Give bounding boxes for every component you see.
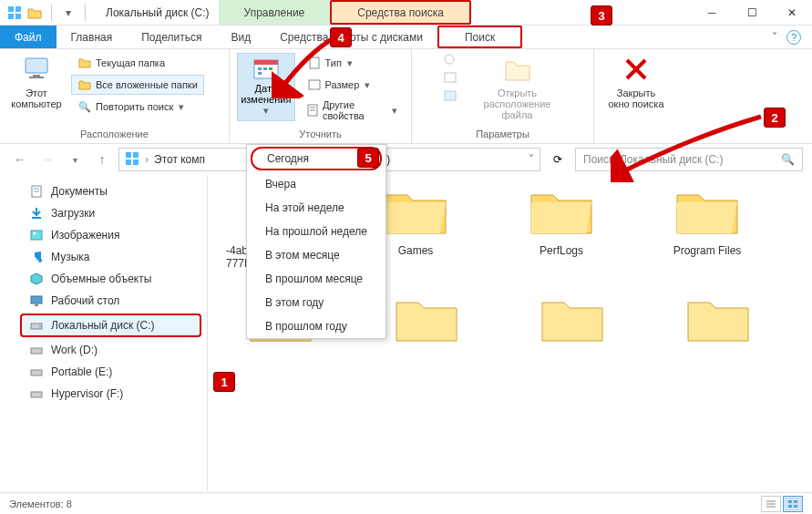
- date-modified-menu: Сегодня Вчера На этой неделе На прошлой …: [246, 144, 386, 339]
- menu-last-week[interactable]: На прошлой неделе: [247, 220, 385, 243]
- svg-rect-26: [133, 159, 139, 165]
- all-subfolders-button[interactable]: Все вложенные папки: [71, 75, 204, 95]
- svg-rect-8: [254, 60, 278, 65]
- nav-pictures[interactable]: Изображения: [0, 224, 207, 246]
- maximize-button[interactable]: ☐: [732, 0, 772, 26]
- view-details-button[interactable]: [761, 496, 781, 512]
- callout-1: 1: [213, 372, 235, 392]
- menu-this-month[interactable]: В этом месяце: [247, 243, 385, 267]
- type-icon: [307, 56, 322, 70]
- tab-file[interactable]: Файл: [0, 26, 57, 48]
- minimize-button[interactable]: ─: [692, 0, 732, 26]
- context-tab-search-tools[interactable]: Средства поиска: [330, 0, 471, 25]
- folder-label: Program Files: [653, 244, 762, 257]
- back-button[interactable]: ←: [9, 149, 31, 170]
- folder-icon: [528, 184, 595, 237]
- properties-icon: [307, 103, 319, 118]
- date-modified-button[interactable]: Дата изменения ▾: [237, 53, 295, 121]
- recent-locations-button[interactable]: ▾: [64, 149, 86, 170]
- svg-rect-4: [26, 58, 47, 73]
- nav-music[interactable]: Музыка: [0, 246, 207, 268]
- folder-icon: [673, 184, 741, 237]
- cube-icon: [29, 272, 44, 286]
- search-box[interactable]: Поиск: Локальный диск (C:) 🔍: [575, 148, 803, 171]
- navigation-bar: ← → ▾ ↑ › Этот комп ___ иск (C:) ˅ ⟳ Пои…: [0, 144, 812, 175]
- type-filter-button[interactable]: Тип▾: [301, 53, 404, 73]
- monitor-icon: [22, 55, 51, 84]
- nav-documents[interactable]: Документы: [0, 180, 207, 202]
- group-location-label: Расположение: [7, 127, 221, 143]
- context-tab-manage[interactable]: Управление: [219, 0, 331, 25]
- svg-point-35: [39, 325, 41, 327]
- help-icon[interactable]: ?: [786, 30, 801, 45]
- view-icons-button[interactable]: [783, 496, 803, 512]
- folder-item[interactable]: [372, 292, 481, 352]
- menu-this-year[interactable]: В этом году: [247, 291, 385, 314]
- drive-icon: [29, 386, 44, 401]
- svg-rect-43: [794, 500, 797, 503]
- picture-icon: [29, 228, 44, 242]
- tab-home[interactable]: Главная: [57, 26, 128, 48]
- close-x-icon: [622, 55, 651, 84]
- qat-dropdown-icon[interactable]: ▾: [61, 5, 76, 20]
- svg-rect-19: [445, 73, 456, 82]
- folder-item[interactable]: [663, 292, 773, 352]
- size-icon: [307, 77, 322, 92]
- nav-3d-objects[interactable]: Объемные объекты: [0, 268, 207, 290]
- up-button[interactable]: ↑: [91, 149, 113, 170]
- size-filter-button[interactable]: Размер▾: [301, 75, 404, 95]
- other-props-button[interactable]: Другие свойства▾: [301, 97, 404, 124]
- nav-work-d[interactable]: Work (D:): [0, 339, 207, 361]
- breadcrumb-this-pc[interactable]: Этот комп: [154, 153, 205, 166]
- close-button[interactable]: ✕: [772, 0, 812, 26]
- tab-view[interactable]: Вид: [216, 26, 265, 48]
- folder-icon: [382, 184, 449, 237]
- svg-rect-24: [133, 152, 139, 158]
- window-title: Локальный диск (C:): [97, 6, 219, 19]
- tab-search[interactable]: Поиск: [437, 26, 522, 48]
- drive-icon: [125, 151, 139, 169]
- nav-desktop[interactable]: Рабочий стол: [0, 290, 207, 312]
- download-icon: [29, 206, 44, 221]
- refresh-button[interactable]: ⟳: [546, 153, 570, 166]
- advanced-icon: [443, 71, 457, 87]
- open-folder-icon: [503, 55, 532, 84]
- folder-label: PerfLogs: [507, 244, 616, 257]
- close-search-button[interactable]: Закрыть окно поиска: [601, 53, 671, 109]
- title-bar: ▾ Локальный диск (C:) Управление Средств…: [0, 0, 812, 26]
- folder-item[interactable]: PerfLogs: [507, 184, 616, 270]
- svg-rect-36: [31, 348, 42, 354]
- tab-share[interactable]: Поделиться: [127, 26, 216, 48]
- callout-5: 5: [357, 148, 379, 168]
- svg-rect-14: [309, 80, 320, 89]
- svg-rect-6: [29, 77, 44, 78]
- svg-rect-5: [33, 75, 40, 77]
- svg-point-31: [34, 232, 36, 235]
- menu-yesterday[interactable]: Вчера: [247, 172, 385, 196]
- svg-rect-38: [31, 392, 42, 397]
- menu-this-week[interactable]: На этой неделе: [247, 196, 385, 220]
- svg-rect-10: [263, 67, 267, 70]
- repeat-search-button[interactable]: 🔍Повторить поиск▾: [71, 97, 204, 117]
- nav-portable-e[interactable]: Portable (E:): [0, 361, 207, 383]
- search-placeholder: Поиск: Локальный диск (C:): [583, 153, 723, 166]
- menu-last-month[interactable]: В прошлом месяце: [247, 267, 385, 291]
- menu-last-year[interactable]: В прошлом году: [247, 314, 385, 338]
- callout-2: 2: [764, 108, 786, 128]
- folders-stack-icon: [77, 77, 92, 92]
- nav-downloads[interactable]: Загрузки: [0, 202, 207, 224]
- folder-item[interactable]: Program Files: [653, 184, 762, 270]
- ribbon-minimize-icon[interactable]: ˅: [772, 31, 777, 44]
- nav-hypervisor-f[interactable]: Hypervisor (F:): [0, 383, 207, 405]
- app-icon: [7, 5, 22, 20]
- group-refine-label: Уточнить: [237, 127, 404, 143]
- svg-rect-2: [8, 14, 14, 19]
- folder-item[interactable]: [518, 292, 627, 352]
- folder-small-icon[interactable]: [27, 5, 42, 20]
- forward-button[interactable]: →: [36, 149, 58, 170]
- folder-icon: [684, 292, 752, 344]
- svg-rect-44: [788, 505, 792, 508]
- current-folder-button[interactable]: Текущая папка: [71, 53, 204, 73]
- this-pc-button[interactable]: Этот компьютер: [7, 53, 66, 109]
- nav-local-disk-c[interactable]: Локальный диск (C:): [20, 314, 201, 337]
